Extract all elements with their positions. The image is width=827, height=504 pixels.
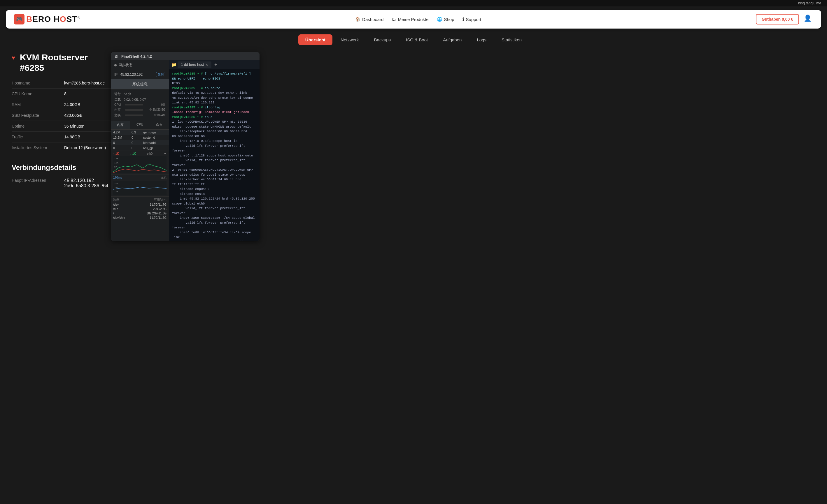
- fs-swap-row: 交换 0/1024M: [114, 113, 165, 117]
- fs-cpu-bar-bg: [125, 104, 143, 106]
- copy-button[interactable]: 复制: [156, 72, 165, 77]
- tab-statistiken[interactable]: Statistiken: [495, 35, 529, 45]
- svg-text:168: 168: [114, 190, 118, 193]
- guthaben-button[interactable]: Guthaben 0,00 €: [756, 14, 799, 24]
- fs-tab-close[interactable]: ✕: [206, 63, 208, 66]
- term-line-16: link/ether 4e:65:07:34:00:cc brd ff:ff:f…: [172, 177, 257, 187]
- fs-lat-header: 170ms 本机: [113, 176, 166, 180]
- term-line-20: valid_lft forever preferred_lft forever: [172, 206, 257, 216]
- fs-swap-bar-bg: [125, 114, 143, 116]
- header: 🎮 BERO HOST® 🏠 Dashboard 🗂 Meine Produkt…: [6, 10, 821, 29]
- svg-text:221: 221: [114, 186, 118, 189]
- tab-bar: Übersicht Netzwerk Backups ISO & Boot Au…: [12, 35, 815, 45]
- term-line-10: link/loopback 00:00:00:00:00:00 brd 00:0…: [172, 129, 257, 139]
- tab-iso-boot[interactable]: ISO & Boot: [399, 35, 435, 45]
- fs-process-list: 4.2M 0.3 qemu-ga 13.2M 0 systemd 0 0: [111, 130, 169, 151]
- logo-text: BERO HOST®: [26, 14, 80, 24]
- server-title: KVM Rootserver #6285: [20, 52, 88, 73]
- fs-runtime-row: 运行 33 分: [114, 92, 165, 96]
- svg-text:274: 274: [114, 182, 118, 185]
- fs-titlebar: 🖥 FinalShell 4.2.4.2: [111, 52, 259, 60]
- tab-backups[interactable]: Backups: [367, 35, 398, 45]
- fs-proc-row-2: 13.2M 0 systemd: [111, 135, 169, 140]
- term-line-17: altname enp0s18: [172, 187, 257, 192]
- term-line-2: BIOS: [172, 81, 257, 86]
- nav-produkte[interactable]: 🗂 Meine Produkte: [392, 17, 428, 22]
- fs-term-tab-1[interactable]: 1 dd-bero-host ✕: [178, 61, 211, 68]
- heart-icon[interactable]: ♥: [12, 54, 15, 61]
- nav-dashboard[interactable]: 🏠 Dashboard: [355, 17, 384, 22]
- fs-term-content[interactable]: root@kvm7285 ~ # [ -d /sys/firmware/efi …: [169, 69, 259, 241]
- fs-route-2: /run 2.3G/2.3G: [113, 207, 166, 211]
- fs-latency: 170ms 本机 274 221 168: [111, 174, 169, 197]
- term-line-3: root@kvm7285 ~ # ip route: [172, 86, 257, 91]
- term-line-1: root@kvm7285 ~ # [ -d /sys/firmware/efi …: [172, 71, 257, 81]
- fs-net-header: ↑ 1K ↓ 1K eth0 ▼: [113, 152, 166, 155]
- grid-icon: 🗂: [392, 17, 396, 22]
- fs-proc-row-1: 4.2M 0.3 qemu-ga: [111, 130, 169, 135]
- main-content: Übersicht Netzwerk Backups ISO & Boot Au…: [0, 35, 827, 197]
- term-line-5: 45.82.120.0/24 dev eth0 proto kernel sco…: [172, 96, 257, 105]
- tab-logs[interactable]: Logs: [470, 35, 493, 45]
- term-line-12: valid_lft forever preferred_lft forever: [172, 144, 257, 153]
- fs-ptab-cmd[interactable]: 命令: [150, 121, 169, 129]
- fs-process-tabs: 内存 CPU 命令: [111, 121, 169, 130]
- main-nav: 🏠 Dashboard 🗂 Meine Produkte 🌐 Shop ℹ Su…: [355, 17, 481, 22]
- term-line-19: inet 45.82.120.192/24 brd 45.82.120.255 …: [172, 197, 257, 206]
- header-right: Guthaben 0,00 € 👤: [756, 14, 813, 24]
- fs-proc-row-4: 0 0 rcu_gp: [111, 146, 169, 151]
- term-line-24: valid_lft forever preferred_lft forever: [172, 240, 257, 241]
- svg-text:17K: 17K: [114, 157, 119, 160]
- svg-text:11K: 11K: [114, 161, 119, 164]
- home-icon: 🏠: [355, 17, 360, 22]
- logo-icon: 🎮: [14, 14, 25, 24]
- fs-network: ↑ 1K ↓ 1K eth0 ▼ 17K 11K 5K: [111, 151, 169, 174]
- info-icon: ℹ: [463, 17, 464, 22]
- tab-aufgaben[interactable]: Aufgaben: [436, 35, 469, 45]
- globe-icon: 🌐: [437, 17, 442, 22]
- fs-ptab-cpu[interactable]: CPU: [130, 121, 149, 129]
- nav-shop[interactable]: 🌐 Shop: [437, 17, 454, 22]
- server-title-block: KVM Rootserver #6285: [20, 52, 88, 73]
- term-line-15: 2: eth0: <BROADCAST,MULTICAST,UP,LOWER_U…: [172, 168, 257, 177]
- conn-ips: 45.82.120.192 2a0e:6a80:3:286::/64: [64, 178, 108, 188]
- sync-dot: [114, 64, 117, 66]
- fs-sidebar: 同步状态 IP 45.82.120.192 复制 系统信息 运行: [111, 60, 169, 241]
- fs-mem-row: 内存 443M/23.5G: [114, 108, 165, 112]
- topbar: blog.tanglu.me: [0, 0, 827, 6]
- fs-lat-chart: 274 221 168: [113, 181, 166, 195]
- finalshell-window: 🖥 FinalShell 4.2.4.2 同步状态 IP 45.82.120.1…: [111, 52, 259, 241]
- term-line-22: valid_lft forever preferred_lft forever: [172, 221, 257, 230]
- term-line-11: inet 127.0.0.1/8 scope host lo: [172, 139, 257, 144]
- fs-route-4: /dev/shm 11.7G/11.7G: [113, 216, 166, 220]
- term-line-7: -bash: ifconfig: Kommando nicht gefunden…: [172, 110, 257, 115]
- nav-support[interactable]: ℹ Support: [463, 17, 481, 22]
- fs-ptab-mem[interactable]: 内存: [111, 121, 130, 129]
- fs-app-icon: 🖥: [114, 54, 118, 59]
- fs-title: FinalShell 4.2.4.2: [121, 54, 152, 59]
- dropdown-icon: ▼: [163, 152, 166, 155]
- fs-term-tabs: 📁 1 dd-bero-host ✕ +: [169, 60, 259, 69]
- fs-net-chart: 17K 11K 5K: [113, 156, 166, 173]
- fs-routes: 路径 可用/大小 /dev 11.7G/11.7G /run 2.3G/2.3G: [111, 197, 169, 221]
- fs-mem-bar: [125, 109, 125, 111]
- term-line-8: root@kvm7285 ~ # ip a: [172, 115, 257, 120]
- fs-route-3: / 389.2G/411.3G: [113, 211, 166, 216]
- term-line-4: default via 45.82.120.1 dev eth0 onlink: [172, 91, 257, 96]
- fs-sysinfo-button[interactable]: 系统信息: [111, 79, 169, 90]
- term-line-9: 1: lo: <LOOPBACK,UP,LOWER_UP> mtu 65536 …: [172, 119, 257, 129]
- user-icon[interactable]: 👤: [804, 14, 813, 24]
- fs-proc-row-3: 0 0 kthreadd: [111, 140, 169, 146]
- fs-sync-row: 同步状态: [111, 60, 169, 70]
- fs-ip-row: IP 45.82.120.192 复制: [111, 70, 169, 79]
- term-line-21: inet6 2a0e:6a80:3:286::/64 scope global: [172, 216, 257, 221]
- fs-terminal: 📁 1 dd-bero-host ✕ + root@kvm7285 ~ # [ …: [169, 60, 259, 241]
- tab-netzwerk[interactable]: Netzwerk: [334, 35, 366, 45]
- fs-load-row: 负载 0.02, 0.05, 0.07: [114, 97, 165, 102]
- svg-text:5K: 5K: [114, 165, 117, 168]
- fs-cpu-row: CPU 0%: [114, 103, 165, 106]
- term-line-18: altname ens18: [172, 192, 257, 197]
- topbar-domain: blog.tanglu.me: [798, 1, 821, 5]
- fs-add-tab[interactable]: +: [212, 62, 219, 67]
- tab-ubersicht[interactable]: Übersicht: [298, 35, 332, 45]
